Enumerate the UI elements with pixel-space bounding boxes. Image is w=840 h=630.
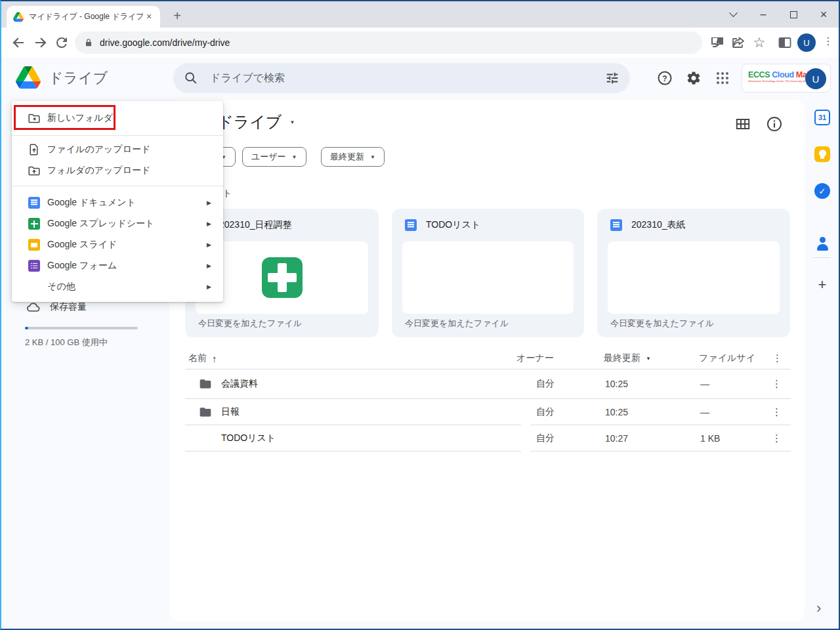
account-avatar[interactable]: U: [805, 68, 826, 89]
browser-tab[interactable]: マイドライブ - Google ドライブ ×: [7, 6, 160, 28]
workspace-side-panel: 31 ✓ + ›: [805, 98, 840, 630]
sheets-icon: [28, 218, 40, 230]
window-minimize-button[interactable]: –: [748, 1, 778, 28]
row-options-icon[interactable]: ⋮: [772, 378, 782, 390]
table-row[interactable]: 会議資料 自分 10:25 — ⋮: [185, 369, 791, 399]
drive-header: ドライブ ドライブで検索 ?: [1, 58, 839, 98]
menu-item-google-slides[interactable]: Google スライド ▶: [12, 234, 223, 255]
collapse-panel-icon[interactable]: ›: [816, 600, 821, 617]
storage-usage-text: 2 KB / 100 GB 使用中: [25, 337, 108, 348]
menu-item-file-upload[interactable]: ファイルのアップロード: [12, 139, 223, 160]
docs-icon: [28, 197, 40, 209]
tasks-icon[interactable]: ✓: [814, 183, 830, 199]
tab-close-icon[interactable]: ×: [143, 11, 155, 23]
calendar-icon[interactable]: 31: [814, 110, 830, 125]
submenu-arrow-icon: ▶: [207, 284, 211, 290]
search-placeholder: ドライブで検索: [210, 72, 605, 85]
new-tab-button[interactable]: +: [168, 7, 186, 26]
menu-item-folder-upload[interactable]: フォルダのアップロード: [12, 160, 223, 181]
table-row[interactable]: 日報 自分 10:25 — ⋮: [185, 399, 791, 425]
window-maximize-button[interactable]: [778, 1, 808, 28]
drive-app-name: ドライブ: [49, 68, 108, 88]
filter-chip-user[interactable]: ユーザー ▼: [242, 147, 306, 167]
column-options-icon[interactable]: ⋮: [772, 352, 782, 364]
modified-caret-icon: ▼: [646, 356, 651, 362]
divider: [812, 257, 831, 258]
bookmark-star-icon[interactable]: ☆: [751, 35, 767, 51]
suggestion-card[interactable]: 202310_表紙 今日変更を加えたファイル: [597, 209, 790, 337]
share-icon[interactable]: [730, 35, 746, 51]
chip-caret-icon: ▼: [370, 154, 375, 160]
lock-icon: [84, 37, 93, 48]
window-controls: – ×: [718, 1, 839, 28]
get-addons-icon[interactable]: +: [814, 277, 830, 293]
column-header-modified[interactable]: 最終更新 ▼: [604, 352, 651, 364]
submenu-arrow-icon: ▶: [207, 200, 211, 206]
cloud-icon: [26, 300, 41, 314]
eccs-cloud-mail-logo: ECCS Cloud Mail Information Technology C…: [748, 70, 807, 85]
window-close-button[interactable]: ×: [808, 1, 839, 28]
table-row[interactable]: TODOリスト 自分 10:27 1 KB ⋮: [185, 425, 791, 452]
search-bar[interactable]: ドライブで検索: [173, 63, 630, 93]
file-preview: [608, 242, 780, 314]
column-header-size[interactable]: ファイルサイ: [699, 352, 755, 364]
tab-title: マイドライブ - Google ドライブ: [29, 11, 143, 22]
filter-chip-modified[interactable]: 最終更新 ▼: [321, 147, 385, 167]
column-header-owner[interactable]: オーナー: [516, 352, 554, 364]
url-text: drive.google.com/drive/my-drive: [100, 37, 230, 48]
reload-icon[interactable]: [54, 35, 70, 51]
address-bar[interactable]: drive.google.com/drive/my-drive: [75, 32, 702, 54]
browser-titlebar: マイドライブ - Google ドライブ × + – ×: [1, 1, 839, 28]
folder-icon: [199, 406, 212, 419]
divider: [12, 135, 223, 136]
menu-item-google-forms[interactable]: Google フォーム ▶: [12, 255, 223, 276]
menu-item-more[interactable]: その他 ▶: [12, 276, 223, 297]
account-badge[interactable]: ECCS Cloud Mail Information Technology C…: [742, 64, 831, 93]
storage-progress-fill: [25, 327, 28, 329]
slides-icon: [28, 239, 40, 251]
back-icon[interactable]: [10, 35, 26, 51]
install-app-icon[interactable]: [709, 35, 725, 51]
row-options-icon[interactable]: ⋮: [772, 406, 782, 418]
folder-upload-icon: [28, 164, 41, 177]
submenu-arrow-icon: ▶: [207, 262, 211, 269]
new-menu: 新しいフォルダ ファイルのアップロード フォルダのアップロード Google ド…: [12, 101, 223, 302]
info-icon[interactable]: [766, 116, 783, 133]
side-panel-icon[interactable]: [777, 35, 793, 51]
file-upload-icon: [28, 143, 41, 156]
help-icon[interactable]: ?: [657, 70, 673, 86]
folder-icon: [199, 377, 212, 390]
search-options-icon[interactable]: [605, 71, 620, 85]
submenu-arrow-icon: ▶: [207, 242, 211, 248]
badge-tagline: Information Technology Center, The Unive…: [748, 79, 807, 83]
menu-item-google-sheets[interactable]: Google スプレッドシート ▶: [12, 213, 223, 234]
browser-profile-avatar[interactable]: U: [797, 33, 816, 52]
browser-menu-icon[interactable]: ⋮: [823, 35, 831, 47]
forward-icon[interactable]: [33, 35, 49, 51]
menu-item-google-docs[interactable]: Google ドキュメント ▶: [12, 192, 223, 213]
column-header-name[interactable]: 名前 ↑: [188, 352, 217, 364]
settings-gear-icon[interactable]: [686, 70, 702, 86]
title-caret-icon: ▼: [289, 119, 295, 125]
tab-search-icon[interactable]: [718, 1, 748, 28]
storage-section[interactable]: 保存容量: [26, 300, 87, 314]
grid-view-icon[interactable]: [734, 116, 751, 133]
new-folder-icon: [28, 112, 41, 125]
spacer: [28, 281, 40, 293]
search-icon: [184, 71, 198, 85]
chip-caret-icon: ▼: [292, 154, 297, 160]
browser-toolbar: drive.google.com/drive/my-drive ☆ U ⋮: [1, 28, 839, 58]
docs-file-icon: [610, 219, 622, 231]
forms-icon: [28, 260, 40, 272]
suggestion-card[interactable]: TODOリスト 今日変更を加えたファイル: [392, 209, 584, 337]
browser-window: マイドライブ - Google ドライブ × + – × drive.googl…: [0, 0, 840, 630]
divider: [12, 186, 223, 186]
submenu-arrow-icon: ▶: [207, 220, 211, 227]
contacts-icon[interactable]: [814, 236, 830, 251]
docs-file-icon: [405, 219, 417, 231]
apps-grid-icon[interactable]: [715, 70, 730, 86]
storage-label: 保存容量: [50, 301, 87, 313]
row-options-icon[interactable]: ⋮: [772, 432, 782, 444]
keep-icon[interactable]: [814, 146, 830, 162]
menu-item-new-folder[interactable]: 新しいフォルダ: [12, 105, 223, 131]
